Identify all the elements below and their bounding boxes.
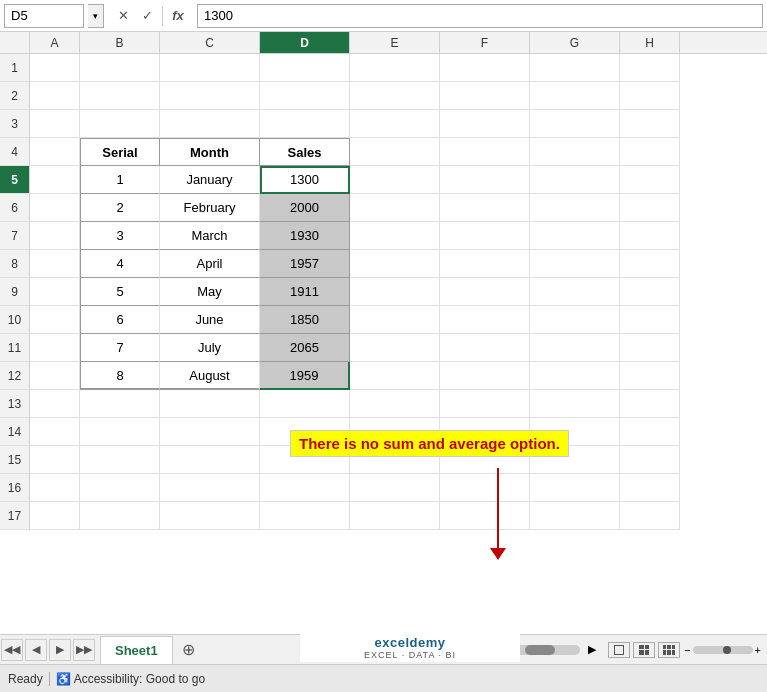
- cell-F10[interactable]: [440, 306, 530, 334]
- cell-E8[interactable]: [350, 250, 440, 278]
- cell-B13[interactable]: [80, 390, 160, 418]
- sheet-tab-sheet1[interactable]: Sheet1: [100, 636, 173, 664]
- cell-A3[interactable]: [30, 110, 80, 138]
- cell-H5[interactable]: [620, 166, 680, 194]
- cell-F13[interactable]: [440, 390, 530, 418]
- cell-G9[interactable]: [530, 278, 620, 306]
- cell-D11[interactable]: 2065: [260, 334, 350, 362]
- scroll-right-btn[interactable]: ▶: [582, 640, 602, 660]
- cell-F16[interactable]: [440, 474, 530, 502]
- cell-G1[interactable]: [530, 54, 620, 82]
- cell-G3[interactable]: [530, 110, 620, 138]
- sheet-nav-last[interactable]: ▶▶: [73, 639, 95, 661]
- cell-A17[interactable]: [30, 502, 80, 530]
- cell-E7[interactable]: [350, 222, 440, 250]
- cell-A1[interactable]: [30, 54, 80, 82]
- cell-E1[interactable]: [350, 54, 440, 82]
- cell-F12[interactable]: [440, 362, 530, 390]
- cell-E5[interactable]: [350, 166, 440, 194]
- cell-B9[interactable]: 5: [80, 278, 160, 306]
- cell-C3[interactable]: [160, 110, 260, 138]
- row-num-15[interactable]: 15: [0, 446, 30, 474]
- cell-H4[interactable]: [620, 138, 680, 166]
- cell-F17[interactable]: [440, 502, 530, 530]
- cell-F11[interactable]: [440, 334, 530, 362]
- cell-D8[interactable]: 1957: [260, 250, 350, 278]
- cell-H7[interactable]: [620, 222, 680, 250]
- cell-D9[interactable]: 1911: [260, 278, 350, 306]
- cell-B14[interactable]: [80, 418, 160, 446]
- row-num-8[interactable]: 8: [0, 250, 30, 278]
- cell-E9[interactable]: [350, 278, 440, 306]
- cell-B4-serial-header[interactable]: Serial: [80, 138, 160, 166]
- cell-H17[interactable]: [620, 502, 680, 530]
- cell-E11[interactable]: [350, 334, 440, 362]
- cell-B12[interactable]: 8: [80, 362, 160, 390]
- cell-F5[interactable]: [440, 166, 530, 194]
- cell-E2[interactable]: [350, 82, 440, 110]
- cell-C13[interactable]: [160, 390, 260, 418]
- cell-A5[interactable]: [30, 166, 80, 194]
- cell-C9[interactable]: May: [160, 278, 260, 306]
- cell-D6[interactable]: 2000: [260, 194, 350, 222]
- add-sheet-button[interactable]: ⊕: [177, 638, 201, 662]
- cell-C8[interactable]: April: [160, 250, 260, 278]
- cell-G4[interactable]: [530, 138, 620, 166]
- row-num-17[interactable]: 17: [0, 502, 30, 530]
- row-num-1[interactable]: 1: [0, 54, 30, 82]
- cell-E16[interactable]: [350, 474, 440, 502]
- cell-F2[interactable]: [440, 82, 530, 110]
- cell-G12[interactable]: [530, 362, 620, 390]
- cell-A13[interactable]: [30, 390, 80, 418]
- cell-D4-sales-header[interactable]: Sales: [260, 138, 350, 166]
- cell-H10[interactable]: [620, 306, 680, 334]
- cell-B6[interactable]: 2: [80, 194, 160, 222]
- cell-F7[interactable]: [440, 222, 530, 250]
- scrollbar-thumb[interactable]: [525, 645, 555, 655]
- cell-G16[interactable]: [530, 474, 620, 502]
- cell-A14[interactable]: [30, 418, 80, 446]
- cell-B10[interactable]: 6: [80, 306, 160, 334]
- cell-C15[interactable]: [160, 446, 260, 474]
- cell-H16[interactable]: [620, 474, 680, 502]
- cell-F9[interactable]: [440, 278, 530, 306]
- cell-C4-month-header[interactable]: Month: [160, 138, 260, 166]
- cell-A7[interactable]: [30, 222, 80, 250]
- cell-H6[interactable]: [620, 194, 680, 222]
- cell-B3[interactable]: [80, 110, 160, 138]
- cell-C14[interactable]: [160, 418, 260, 446]
- cell-G6[interactable]: [530, 194, 620, 222]
- row-num-2[interactable]: 2: [0, 82, 30, 110]
- cell-H11[interactable]: [620, 334, 680, 362]
- cell-B2[interactable]: [80, 82, 160, 110]
- row-num-3[interactable]: 3: [0, 110, 30, 138]
- row-num-10[interactable]: 10: [0, 306, 30, 334]
- zoom-slider-thumb[interactable]: [723, 646, 731, 654]
- cell-D1[interactable]: [260, 54, 350, 82]
- cell-C16[interactable]: [160, 474, 260, 502]
- view-normal-btn[interactable]: [608, 642, 630, 658]
- cell-F6[interactable]: [440, 194, 530, 222]
- cell-G8[interactable]: [530, 250, 620, 278]
- cell-G2[interactable]: [530, 82, 620, 110]
- cell-D12[interactable]: 1959: [260, 362, 350, 390]
- cell-D7[interactable]: 1930: [260, 222, 350, 250]
- cell-E10[interactable]: [350, 306, 440, 334]
- cell-C6[interactable]: February: [160, 194, 260, 222]
- cell-reference-box[interactable]: D5: [4, 4, 84, 28]
- cell-A9[interactable]: [30, 278, 80, 306]
- cell-B11[interactable]: 7: [80, 334, 160, 362]
- cell-C7[interactable]: March: [160, 222, 260, 250]
- cell-C5[interactable]: January: [160, 166, 260, 194]
- cell-H8[interactable]: [620, 250, 680, 278]
- col-header-B[interactable]: B: [80, 32, 160, 53]
- cell-ref-dropdown[interactable]: ▾: [88, 4, 104, 28]
- col-header-D[interactable]: D: [260, 32, 350, 53]
- cell-G17[interactable]: [530, 502, 620, 530]
- cell-C17[interactable]: [160, 502, 260, 530]
- cell-E4[interactable]: [350, 138, 440, 166]
- cell-F8[interactable]: [440, 250, 530, 278]
- cell-E12[interactable]: [350, 362, 440, 390]
- cell-F4[interactable]: [440, 138, 530, 166]
- cell-D3[interactable]: [260, 110, 350, 138]
